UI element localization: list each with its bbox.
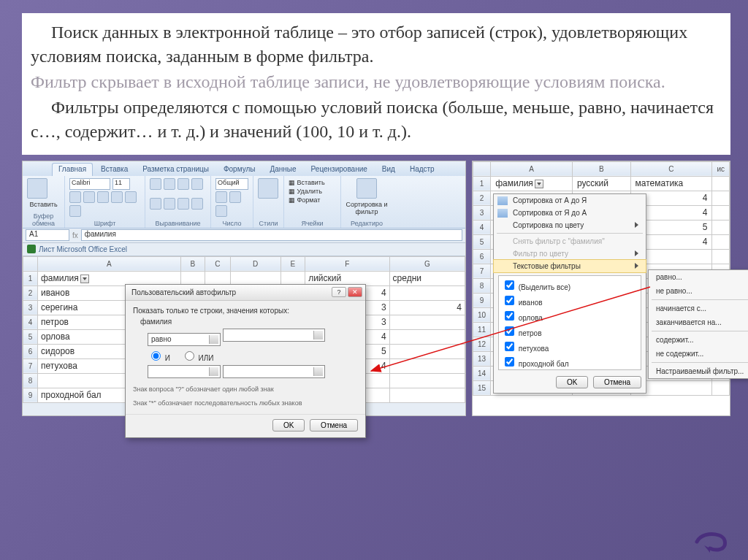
tab-review[interactable]: Рецензирование	[305, 163, 374, 176]
radio-and[interactable]: И	[148, 354, 170, 362]
condition-combo-1[interactable]: равно	[148, 333, 221, 346]
tab-view[interactable]: Вид	[375, 163, 402, 176]
group-font: Шрифт	[69, 220, 140, 227]
submenu-custom[interactable]: Настраиваемый фильтр...	[649, 364, 748, 378]
tab-addins[interactable]: Надстр	[403, 163, 441, 176]
ok-button[interactable]: OK	[556, 376, 588, 388]
group-clipboard: Буфер обмена	[27, 212, 60, 227]
cells-delete[interactable]: ▦ Удалить	[289, 187, 336, 196]
formula-input[interactable]: фамилия	[81, 229, 462, 241]
number-format-select[interactable]: Общий	[215, 178, 248, 190]
submenu-not-equals[interactable]: не равно...	[649, 284, 748, 298]
condition-combo-2[interactable]	[148, 365, 221, 378]
fill-color-icon[interactable]	[125, 191, 137, 203]
close-icon[interactable]: ✕	[348, 287, 362, 297]
radio-or[interactable]: ИЛИ	[181, 354, 214, 362]
help-icon[interactable]: ?	[332, 287, 346, 297]
paste-label: Вставить	[27, 201, 60, 208]
styles-icon[interactable]	[258, 178, 278, 199]
excel-right-screenshot: A B C ис 1 фамилия русский математика 23…	[472, 161, 730, 416]
sort-filter-label: Сортировка и фильтр	[346, 201, 388, 215]
align-icon[interactable]	[150, 198, 161, 210]
text-filters-submenu: равно... не равно... начинается с... зак…	[648, 269, 748, 379]
value-combo-2[interactable]	[223, 365, 325, 378]
filter-checklist[interactable]: (Выделить все) иванов орлова петров пету…	[498, 275, 641, 370]
dialog-title: Пользовательский автофильтр	[131, 288, 236, 296]
border-icon[interactable]	[111, 191, 123, 203]
custom-autofilter-dialog: Пользовательский автофильтр ? ✕ Показать…	[125, 284, 366, 438]
sort-za[interactable]: Сортировка от Я до А	[494, 207, 646, 219]
clear-filter: Снять фильтр с "фамилия"	[494, 235, 646, 248]
submenu-not-contains[interactable]: не содержит...	[649, 347, 748, 361]
submenu-contains[interactable]: содержит...	[649, 333, 748, 347]
align-icon[interactable]	[178, 198, 189, 210]
submenu-begins[interactable]: начинается с...	[649, 302, 748, 315]
bold-icon[interactable]	[69, 191, 81, 203]
percent-icon[interactable]	[229, 191, 241, 203]
group-number: Число	[215, 220, 248, 227]
chevron-right-icon	[635, 250, 641, 256]
align-icon[interactable]	[178, 178, 189, 190]
tab-data[interactable]: Данные	[263, 163, 302, 176]
merge-icon[interactable]	[191, 198, 203, 210]
submenu-equals[interactable]: равно...	[649, 270, 748, 284]
tab-home[interactable]: Главная	[52, 163, 93, 176]
submenu-ends[interactable]: заканчивается на...	[649, 315, 748, 329]
chevron-right-icon	[635, 263, 641, 269]
paste-icon[interactable]	[27, 178, 47, 199]
tab-layout[interactable]: Разметка страницы	[136, 163, 215, 176]
group-cells: Ячейки	[289, 220, 336, 227]
sort-by-color[interactable]: Сортировка по цвету	[494, 219, 646, 231]
italic-icon[interactable]	[83, 191, 95, 203]
para-3: Фильтры определяются с помощью условий п…	[31, 96, 719, 144]
chevron-right-icon	[635, 222, 641, 228]
decimal-icon[interactable]	[215, 205, 227, 217]
ok-button[interactable]: OK	[272, 419, 305, 431]
sort-az-icon	[497, 196, 508, 205]
formula-bar: A1 fx фамилия	[23, 229, 465, 243]
filter-dropdown-menu: Сортировка от А до Я Сортировка от Я до …	[493, 193, 646, 394]
underline-icon[interactable]	[97, 191, 109, 203]
para-2: Фильтр скрывает в исходной таблице запис…	[31, 70, 719, 94]
tab-insert[interactable]: Вставка	[94, 163, 134, 176]
align-icon[interactable]	[150, 178, 161, 190]
dialog-hint1: Знак вопроса "?" обозначает один любой з…	[133, 386, 358, 394]
fx-icon[interactable]: fx	[72, 231, 78, 239]
tab-formulas[interactable]: Формулы	[217, 163, 262, 176]
para-1: Поиск данных в электронной таблице – это…	[31, 20, 719, 69]
cancel-button[interactable]: Отмена	[593, 376, 641, 388]
excel-left-screenshot: Главная Вставка Разметка страницы Формул…	[22, 161, 466, 416]
slide-text-block: Поиск данных в электронной таблице – это…	[22, 13, 730, 155]
group-editing: Редактиро	[346, 220, 388, 227]
font-color-icon[interactable]	[69, 205, 81, 217]
excel-icon	[27, 245, 36, 253]
sort-za-icon	[497, 209, 508, 218]
cancel-button[interactable]: Отмена	[310, 419, 358, 431]
value-combo-1[interactable]	[223, 329, 325, 342]
filter-by-color: Фильтр по цвету	[494, 248, 646, 260]
currency-icon[interactable]	[215, 191, 227, 203]
wrap-icon[interactable]	[191, 178, 203, 190]
ribbon-tabs: Главная Вставка Разметка страницы Формул…	[23, 161, 465, 176]
align-icon[interactable]	[164, 198, 175, 210]
align-icon[interactable]	[164, 178, 175, 190]
font-name-select[interactable]: Calibri	[69, 178, 110, 190]
workbook-title-bar: Лист Microsoft Office Excel	[23, 243, 465, 256]
dialog-instruction: Показать только те строки, значения кото…	[133, 307, 358, 315]
name-box[interactable]: A1	[26, 229, 69, 241]
filter-dropdown-icon[interactable]	[535, 180, 543, 188]
cells-insert[interactable]: ▦ Вставить	[289, 178, 336, 187]
text-filters[interactable]: Текстовые фильтры	[493, 259, 646, 273]
group-align: Выравнивание	[150, 220, 206, 227]
ribbon-body: Вставить Буфер обмена Calibri 11 Шрифт	[23, 176, 465, 229]
sort-filter-icon[interactable]	[356, 178, 377, 199]
sort-az[interactable]: Сортировка от А до Я	[494, 194, 646, 207]
slide-back-arrow[interactable]	[694, 529, 728, 554]
cells-format[interactable]: ▦ Формат	[289, 196, 336, 204]
workbook-title: Лист Microsoft Office Excel	[39, 245, 127, 253]
group-styles: Стили	[258, 220, 279, 227]
font-size-select[interactable]: 11	[112, 178, 130, 190]
filter-dropdown-icon[interactable]	[80, 275, 89, 283]
dialog-hint2: Знак "*" обозначает последовательность л…	[133, 399, 358, 408]
dialog-field-label: фамилия	[140, 318, 358, 326]
